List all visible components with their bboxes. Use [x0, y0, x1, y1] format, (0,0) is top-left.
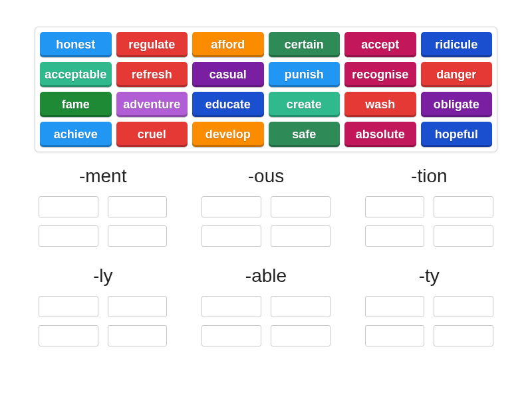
word-tile-danger[interactable]: danger: [421, 62, 493, 87]
word-tile-accept[interactable]: accept: [344, 32, 416, 57]
word-tile-absolute[interactable]: absolute: [344, 122, 416, 147]
drop-slot[interactable]: [365, 196, 425, 217]
drop-slot[interactable]: [108, 325, 168, 346]
drop-slot[interactable]: [201, 325, 261, 346]
drop-slot[interactable]: [39, 296, 98, 317]
drop-slot[interactable]: [434, 225, 493, 247]
drop-slot[interactable]: [434, 296, 493, 317]
drop-slot[interactable]: [271, 196, 331, 217]
group-able: -able: [198, 265, 334, 346]
drop-slot[interactable]: [201, 196, 261, 217]
word-tile-hopeful[interactable]: hopeful: [421, 122, 493, 147]
drop-slot[interactable]: [271, 325, 331, 346]
drop-slot[interactable]: [39, 325, 98, 346]
word-tile-achieve[interactable]: achieve: [40, 122, 112, 147]
group-title: -ment: [35, 166, 171, 187]
word-tile-safe[interactable]: safe: [269, 122, 340, 147]
drop-slot[interactable]: [108, 196, 168, 217]
group-tion: -tion: [361, 166, 497, 247]
group-title: -ly: [35, 265, 171, 287]
group-ly: -ly: [35, 265, 171, 346]
word-tile-acceptable[interactable]: acceptable: [40, 62, 112, 87]
drop-slot[interactable]: [365, 225, 425, 247]
word-tile-recognise[interactable]: recognise: [344, 62, 416, 87]
group-title: -tion: [361, 166, 497, 187]
group-ous: -ous: [198, 166, 334, 247]
drop-slot[interactable]: [271, 296, 331, 317]
word-tile-punish[interactable]: punish: [269, 62, 340, 87]
word-tile-adventure[interactable]: adventure: [116, 92, 188, 117]
word-tile-certain[interactable]: certain: [269, 32, 340, 57]
word-tile-ridicule[interactable]: ridicule: [421, 32, 493, 57]
drop-slot[interactable]: [434, 196, 493, 217]
group-title: -ous: [198, 166, 334, 187]
word-tile-develop[interactable]: develop: [192, 122, 264, 147]
word-tile-wash[interactable]: wash: [344, 92, 416, 117]
drop-slot[interactable]: [39, 196, 98, 217]
group-title: -ty: [361, 265, 497, 287]
drop-slot[interactable]: [201, 225, 261, 247]
word-tile-fame[interactable]: fame: [40, 92, 112, 117]
word-tile-honest[interactable]: honest: [40, 32, 112, 57]
group-ty: -ty: [361, 265, 497, 346]
drop-slot[interactable]: [271, 225, 331, 247]
group-ment: -ment: [35, 166, 171, 247]
word-bank: honestregulateaffordcertainacceptridicul…: [35, 27, 497, 152]
drop-slot[interactable]: [365, 296, 425, 317]
activity-stage: honestregulateaffordcertainacceptridicul…: [0, 0, 532, 346]
word-tile-afford[interactable]: afford: [192, 32, 264, 57]
word-tile-refresh[interactable]: refresh: [116, 62, 188, 87]
word-tile-create[interactable]: create: [269, 92, 340, 117]
word-tile-obligate[interactable]: obligate: [421, 92, 493, 117]
drop-slot[interactable]: [108, 296, 168, 317]
word-tile-regulate[interactable]: regulate: [116, 32, 188, 57]
drop-slot[interactable]: [108, 225, 168, 247]
drop-slot[interactable]: [201, 296, 261, 317]
drop-slot[interactable]: [365, 325, 425, 346]
word-tile-educate[interactable]: educate: [192, 92, 264, 117]
drop-slot[interactable]: [39, 225, 98, 247]
group-title: -able: [198, 265, 334, 287]
drop-slot[interactable]: [434, 325, 493, 346]
word-tile-casual[interactable]: casual: [192, 62, 264, 87]
word-tile-cruel[interactable]: cruel: [116, 122, 188, 147]
